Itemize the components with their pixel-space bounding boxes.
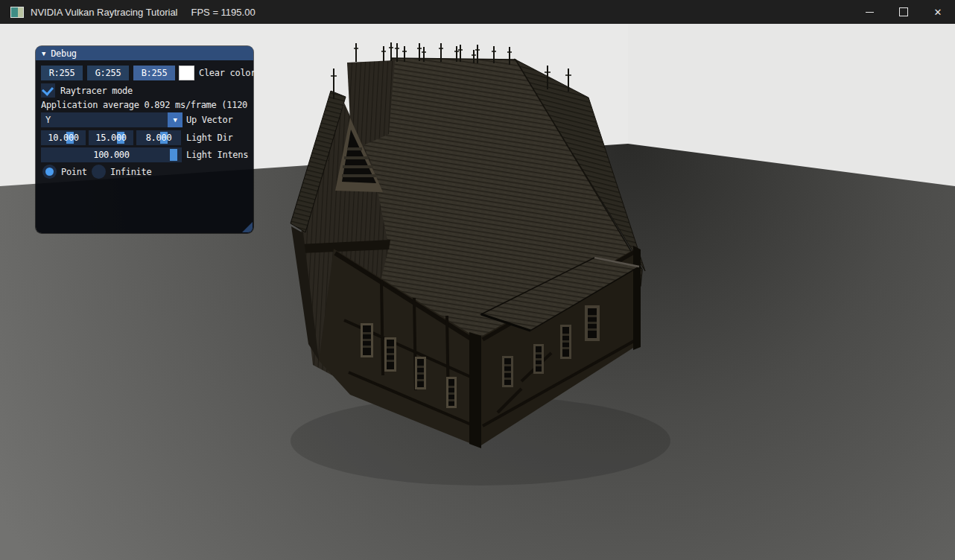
light-dir-y-slider[interactable]: 15.000 <box>89 130 133 145</box>
light-type-point-label: Point <box>61 167 87 177</box>
red-value-button[interactable]: R:255 <box>41 66 83 80</box>
debug-panel-title: Debug <box>51 48 77 59</box>
debug-panel[interactable]: ▼ Debug R:255 G:255 B:255 Clear color Ra… <box>36 46 253 233</box>
debug-panel-titlebar[interactable]: ▼ Debug <box>36 46 253 60</box>
raytracer-mode-checkbox[interactable] <box>41 83 55 98</box>
close-icon: ✕ <box>934 7 942 17</box>
minimize-icon <box>866 12 874 13</box>
light-dir-x-slider[interactable]: 10.000 <box>41 130 86 145</box>
up-vector-combo[interactable]: Y ▼ <box>41 112 183 127</box>
light-intensity-slider[interactable]: 100.000 <box>41 147 182 162</box>
clear-color-swatch[interactable] <box>179 66 194 80</box>
light-dir-x-value: 10.000 <box>41 133 86 143</box>
maximize-button[interactable] <box>886 0 921 24</box>
light-dir-z-value: 8.000 <box>136 133 181 143</box>
viewport-3d[interactable]: ▼ Debug R:255 G:255 B:255 Clear color Ra… <box>0 24 955 560</box>
chevron-down-icon: ▼ <box>173 116 177 124</box>
maximize-icon <box>899 7 908 16</box>
up-vector-value: Y <box>45 115 51 125</box>
light-dir-label: Light Dir <box>186 133 232 143</box>
resize-grip[interactable] <box>242 222 253 232</box>
minimize-button[interactable] <box>852 0 886 24</box>
raytracer-mode-label: Raytracer mode <box>60 86 133 96</box>
green-value-button[interactable]: G:255 <box>87 66 129 80</box>
window-titlebar[interactable]: NVIDIA Vulkan Raytracing Tutorial FPS = … <box>0 0 955 24</box>
light-intensity-label: Light Intensi <box>186 150 249 160</box>
fps-counter: FPS = 1195.00 <box>191 7 256 18</box>
checkmark-icon <box>42 83 54 95</box>
combo-arrow-button[interactable]: ▼ <box>168 112 183 127</box>
up-vector-label: Up Vector <box>186 115 232 125</box>
light-dir-y-value: 15.000 <box>89 133 133 143</box>
light-dir-z-slider[interactable]: 8.000 <box>136 130 181 145</box>
app-window-icon <box>10 7 24 18</box>
close-button[interactable]: ✕ <box>921 0 955 24</box>
window-title: NVIDIA Vulkan Raytracing Tutorial <box>31 7 178 18</box>
blue-value-button[interactable]: B:255 <box>133 66 175 80</box>
light-type-point-radio[interactable] <box>42 165 57 179</box>
light-type-infinite-label: Infinite <box>110 167 151 177</box>
light-intensity-value: 100.000 <box>41 150 182 160</box>
light-type-infinite-radio[interactable] <box>92 165 106 179</box>
collapse-arrow-icon[interactable]: ▼ <box>42 50 45 57</box>
frame-stats-text: Application average 0.892 ms/frame (1120 <box>41 100 248 110</box>
clear-color-label: Clear color <box>199 68 256 78</box>
